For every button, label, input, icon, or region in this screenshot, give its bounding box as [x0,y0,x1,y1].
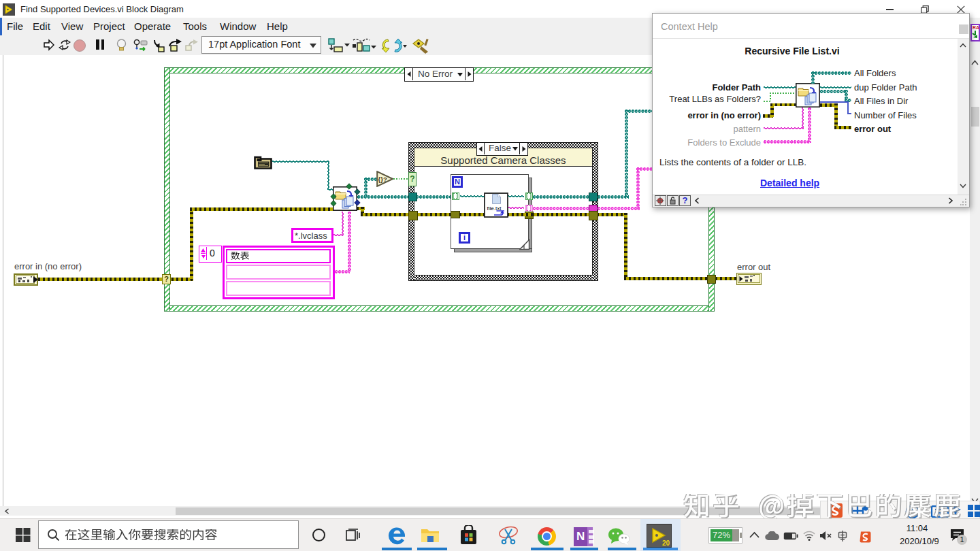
svg-text:file.txt: file.txt [487,205,502,212]
svg-text:{}?: {}? [378,176,387,183]
